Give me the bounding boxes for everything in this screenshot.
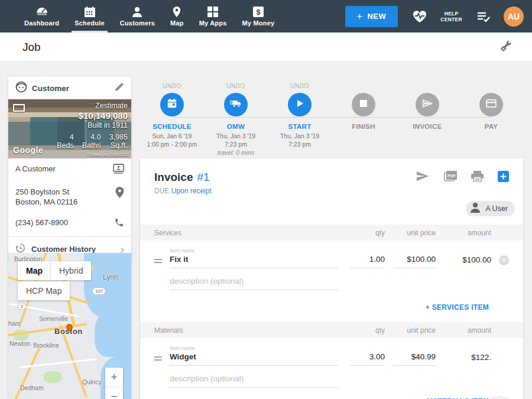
customer-history-label: Customer History: [31, 245, 121, 254]
property-photo[interactable]: Zestimate $10,149,080 Built in 1911 4 4.…: [8, 99, 131, 158]
undo-start-button[interactable]: UNDO: [290, 83, 309, 93]
heart-pulse-icon[interactable]: [412, 9, 427, 24]
invoice-step-button[interactable]: [416, 93, 439, 116]
finish-step-button[interactable]: [352, 93, 375, 116]
assignee-chip[interactable]: A User: [466, 201, 515, 216]
help-center-button[interactable]: HELP CENTER: [440, 11, 462, 22]
zoom-out-button[interactable]: −: [105, 387, 123, 399]
unit-price-input[interactable]: [393, 352, 436, 366]
stop-icon: [359, 99, 368, 110]
map-label-quincy: Quincy: [82, 378, 102, 385]
description-input[interactable]: [170, 374, 339, 388]
pdf-icon[interactable]: PDF: [444, 171, 457, 184]
property-stats: 4 4.0 3,985 Beds Baths Sq.ft.: [57, 133, 128, 150]
grid-icon: [207, 7, 218, 20]
customer-card-title: Customer: [32, 84, 69, 93]
zoom-in-button[interactable]: +: [105, 368, 123, 387]
nav-tab-my-money[interactable]: $ My Money: [235, 0, 283, 33]
map-label-brookline: Brookline: [33, 342, 59, 349]
nav-tabs: Dashboard Schedule Customers Map My Apps…: [0, 0, 282, 33]
item-name-label: Item name: [170, 345, 509, 351]
unit-price-input[interactable]: [393, 255, 436, 268]
svg-text:PDF: PDF: [447, 173, 456, 177]
step-label: PAY: [485, 123, 498, 130]
step-date: Thu, Jan 3 '19: [216, 132, 255, 140]
step-detail: Thu, Jan 3 '19 7:23 pm: [280, 132, 319, 148]
nav-right: + NEW HELP CENTER AU: [345, 0, 532, 33]
step-label: FINISH: [352, 123, 375, 130]
add-icon[interactable]: [498, 171, 509, 184]
assignee-name: A User: [485, 205, 508, 213]
drag-handle[interactable]: [154, 355, 170, 366]
map-widget[interactable]: Burlington Lynn Somerville Boston Newton…: [8, 253, 131, 399]
omw-step-button[interactable]: [224, 93, 248, 116]
amount-column-header: amount: [444, 229, 491, 237]
description-input[interactable]: [170, 277, 339, 290]
address-line2: Boston, MA 02116: [15, 197, 77, 206]
google-logo: Google: [13, 145, 43, 155]
undo-omw-button[interactable]: UNDO: [226, 83, 245, 93]
plus-icon: +: [357, 11, 363, 22]
new-button[interactable]: + NEW: [345, 6, 398, 27]
customer-address-row: 250 Boylston St Boston, MA 02116: [8, 181, 131, 212]
calendar-icon: [167, 98, 177, 111]
map-label-newton: Newton: [9, 340, 31, 347]
new-button-label: NEW: [367, 12, 386, 21]
hcp-map-button[interactable]: HCP Map: [18, 281, 70, 300]
phone-icon[interactable]: [114, 218, 124, 230]
nav-tab-my-apps[interactable]: My Apps: [192, 0, 235, 33]
drag-handle[interactable]: [154, 257, 170, 268]
invoice-title: Invoice: [154, 171, 193, 184]
user-avatar-icon: [469, 201, 482, 216]
nav-tab-dashboard[interactable]: Dashboard: [17, 0, 67, 33]
invoice-actions: PDF: [416, 170, 509, 184]
contact-card-icon[interactable]: [113, 164, 124, 176]
schedule-step-button[interactable]: [160, 93, 184, 116]
hybrid-button[interactable]: Hybrid: [51, 261, 91, 280]
item-name-input[interactable]: [170, 255, 339, 268]
undo-schedule-button[interactable]: UNDO: [163, 83, 181, 93]
step-time: 7:23 pm: [216, 140, 255, 148]
task-list-icon[interactable]: [476, 11, 491, 22]
card-icon-button[interactable]: [479, 93, 503, 116]
person-icon: [131, 7, 143, 20]
step-date: Sun, Jan 6 '19: [147, 132, 197, 140]
edit-pencil-icon[interactable]: [115, 82, 124, 94]
qty-input[interactable]: [349, 255, 385, 268]
item-name-input[interactable]: [170, 352, 339, 366]
start-step-button[interactable]: [288, 93, 312, 116]
map-button[interactable]: Map: [18, 261, 51, 280]
avatar[interactable]: AU: [504, 7, 524, 27]
wrench-gear-icon[interactable]: [499, 39, 513, 56]
svg-text:$: $: [257, 8, 261, 16]
water-area: [95, 310, 131, 357]
nav-tab-label: Schedule: [74, 20, 105, 27]
send-icon[interactable]: [416, 170, 430, 184]
nav-tab-label: Map: [170, 20, 184, 27]
service-item: Item name $100.00 ✕ + SERVICES ITEM: [140, 241, 523, 322]
dollar-icon: $: [253, 7, 264, 20]
step-label: OMW: [227, 123, 245, 130]
customer-name-row: A Customer: [8, 158, 131, 181]
step-time: 7:23 pm: [280, 140, 319, 148]
amount-value: $122.: [444, 353, 491, 366]
materials-section-header: Materials qty unit price amount: [140, 322, 523, 338]
step-detail: Sun, Jan 6 '19 1:00 pm - 2:00 pm: [147, 132, 197, 148]
beds-label: Beds: [57, 141, 74, 150]
location-pin-icon[interactable]: [115, 187, 124, 200]
invoice-number[interactable]: #1: [197, 171, 209, 184]
add-services-item-button[interactable]: + SERVICES ITEM: [426, 303, 489, 312]
invoice-card: Invoice #1 PDF DUE Upon receipt: [140, 158, 523, 399]
qty-input[interactable]: [349, 352, 385, 366]
nav-tab-customers[interactable]: Customers: [112, 0, 163, 33]
zestimate-label: Zestimate: [57, 102, 128, 110]
nav-tab-schedule[interactable]: Schedule: [67, 0, 112, 33]
print-icon[interactable]: [471, 171, 484, 184]
timeline-step-schedule: UNDO SCHEDULE Sun, Jan 6 '19 1:00 pm - 2…: [140, 83, 204, 157]
nav-tab-map[interactable]: Map: [163, 0, 192, 33]
delete-item-icon[interactable]: ✕: [499, 255, 509, 265]
gauge-icon: [35, 7, 48, 20]
due-terms-link[interactable]: Upon receipt: [171, 187, 212, 195]
customer-face-icon: [15, 81, 27, 95]
nav-tab-label: Customers: [120, 20, 155, 27]
